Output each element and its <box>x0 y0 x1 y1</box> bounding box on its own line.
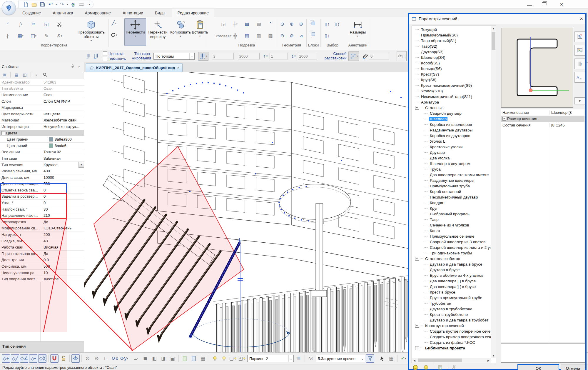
tree-toggle[interactable]: + <box>415 346 419 350</box>
property-row[interactable]: Горизонтальная св... Да <box>0 251 84 257</box>
tree-item[interactable]: Двутавр(S3) <box>414 49 491 55</box>
tree-vertical-scrollbar[interactable]: ▲ ▼ <box>491 26 496 358</box>
circle-mode-icon[interactable]: ⊙ <box>93 354 101 363</box>
row-step-field[interactable] <box>298 53 317 59</box>
view-settings-icon[interactable]: ▣ <box>168 354 177 363</box>
property-row[interactable]: Наименование Свая <box>0 92 84 98</box>
property-row[interactable]: Направление накл... 210 <box>0 212 84 219</box>
viewport-3d[interactable] <box>84 72 412 353</box>
section-bars-button[interactable] <box>574 59 585 69</box>
property-row[interactable]: Число участков ра... 10 <box>0 270 84 276</box>
delete-icon[interactable]: ✗▾ <box>56 32 63 40</box>
cut-wall-icon[interactable]: ▧ <box>243 32 251 40</box>
tree-item[interactable]: Двутавр в брусе <box>414 267 491 273</box>
slab-trim-icon[interactable]: ▧ <box>255 20 263 28</box>
property-row[interactable]: Тип сваи Забивная <box>0 155 84 162</box>
select-filter-icon[interactable] <box>378 354 386 363</box>
exclude-icon[interactable]: ⊘ <box>288 32 295 40</box>
tree-item[interactable]: Крестовые уголки <box>414 144 491 150</box>
list-view-icon[interactable]: ▤ <box>13 71 20 78</box>
tree-item[interactable]: Создать из файла *.КСС <box>414 340 491 345</box>
tree-item[interactable]: Прямоугольное сечение <box>414 234 491 239</box>
step-field[interactable] <box>238 53 260 59</box>
property-row[interactable]: Отметка верха сва... 0 <box>0 187 84 194</box>
dialog-close-icon[interactable]: × <box>580 16 583 22</box>
tree-item[interactable]: Труба <box>414 166 491 172</box>
tree-item[interactable]: Прямоугольная труба <box>414 183 491 189</box>
tree-item[interactable]: + Библиотека проекта <box>414 345 491 351</box>
transform-objects-button[interactable]: Преобразовать объекты▾ <box>74 18 108 46</box>
layers-icon[interactable]: ≣ <box>295 354 303 363</box>
box-bulb-icon[interactable]: ▢ <box>229 354 237 363</box>
intersect-icon[interactable]: ⊚ <box>288 20 295 28</box>
property-row[interactable]: Размер сечения, мм 400 <box>0 168 84 174</box>
section-property-row[interactable]: Наименование Швеллер [8 <box>501 109 584 116</box>
union-icon[interactable]: ⊙ <box>278 20 286 28</box>
ribbon-tab[interactable]: Армирование <box>79 9 116 17</box>
pile-tool-icon[interactable] <box>85 52 92 60</box>
chevron-down-icon[interactable]: ⌄ <box>288 355 293 362</box>
ortho-icon[interactable]: ∟ <box>102 354 110 363</box>
tree-item[interactable]: Создать пустое поперечное сече <box>414 329 491 334</box>
placement-by-points-button[interactable]: ▾ <box>198 52 208 61</box>
column-trim-icon[interactable]: ╫▾ <box>231 20 239 28</box>
paste-button[interactable]: Вставить▾ <box>189 18 211 46</box>
workplane-icon[interactable] <box>71 354 80 363</box>
tree-item[interactable]: Коробка из двутавров <box>414 133 491 139</box>
extend-wall-icon[interactable]: ▥ <box>255 32 263 40</box>
tree-item[interactable]: Коробка из швеллеров <box>414 122 491 127</box>
tree-horizontal-scrollbar[interactable]: ◀ ▶ <box>412 358 491 363</box>
roof-trim-icon[interactable]: ⌃ <box>267 20 274 28</box>
tree-item[interactable]: Арматура <box>414 99 491 105</box>
tree-item[interactable]: Два уголка <box>414 155 491 161</box>
tree-item[interactable]: Брус в обойме из 4-х уголков <box>414 273 491 278</box>
level-select[interactable]: Паркинг -2⌄ <box>247 355 294 362</box>
rotate-x-icon[interactable]: ⟳x <box>111 354 119 363</box>
bulb-on-icon[interactable] <box>211 354 219 363</box>
ok-button[interactable]: ОК <box>517 364 559 370</box>
subtract-icon[interactable]: ⊖ <box>278 32 286 40</box>
property-row[interactable]: Цвет граней 8a9ea900 <box>0 136 84 143</box>
tree-item[interactable]: Двутавр и два тавра в трубобет <box>414 317 491 323</box>
property-row[interactable]: Интерпретация Несущий конструк... <box>0 124 84 130</box>
tree-toggle[interactable]: − <box>415 324 419 328</box>
property-row[interactable]: Автоподрезка Да <box>0 219 84 225</box>
check-model-icon[interactable]: ✓▾ <box>399 354 407 363</box>
tree-item[interactable]: Несимметричный двутавр <box>414 194 491 200</box>
property-row[interactable]: Длина заострения,... 500 <box>0 181 84 187</box>
checked-view-icon[interactable]: ◫ <box>21 71 28 78</box>
array-icon[interactable]: ▦▾ <box>17 32 24 40</box>
redo-icon[interactable]: ↷ <box>59 1 65 8</box>
snap-point-icon[interactable]: ◇• <box>29 354 37 363</box>
redo-dropdown-icon[interactable]: ▾ <box>67 4 69 5</box>
property-row[interactable]: Тип сечения Круглое ▾ <box>0 162 84 168</box>
tree-toggle[interactable]: − <box>415 106 419 110</box>
chevron-down-icon[interactable]: ⌄ <box>189 53 194 59</box>
corner-trim-icon[interactable]: ◲ <box>220 20 227 28</box>
property-row[interactable]: −Цвета <box>0 130 84 136</box>
qat-customize-icon[interactable]: ▾ <box>89 4 90 5</box>
property-row[interactable]: Вес линии Тонкая 02 <box>0 149 84 156</box>
property-row[interactable]: Маркировка <box>0 104 84 111</box>
scissors-icon[interactable] <box>56 20 63 28</box>
numbering-icon[interactable]: № <box>307 354 315 363</box>
save-icon[interactable] <box>39 1 46 8</box>
tree-item[interactable]: Швеллер(S4) <box>414 55 491 60</box>
tree-item[interactable]: Тавр обратный(S1) <box>414 38 491 44</box>
new-document-icon[interactable] <box>23 1 29 8</box>
ribbon-tab[interactable]: Редактирование <box>172 9 214 17</box>
rows-field[interactable] <box>270 53 288 59</box>
dropdown-arrow-icon[interactable]: ▾ <box>78 162 84 168</box>
property-row[interactable]: Доля трения 0.0 <box>0 257 84 264</box>
preview-dropdown-button[interactable]: ▼ <box>574 97 585 104</box>
view-tab[interactable]: КИРПИЧ_2017_Одесса_сваи:Общий вид × <box>86 63 183 72</box>
tree-item[interactable]: Швеллер <box>414 116 491 122</box>
close-panel-icon[interactable]: × <box>76 63 82 70</box>
filter-icon[interactable] <box>366 354 374 363</box>
load-case-select[interactable]: 5.Загружение прочее⌄ <box>316 355 365 362</box>
pin-icon[interactable] <box>69 63 76 70</box>
tree-item[interactable]: Трубобетон <box>414 301 491 306</box>
table-filter-icon[interactable]: ▦ <box>387 354 395 363</box>
angle-field[interactable] <box>369 53 389 59</box>
minimize-button[interactable] <box>527 2 532 6</box>
